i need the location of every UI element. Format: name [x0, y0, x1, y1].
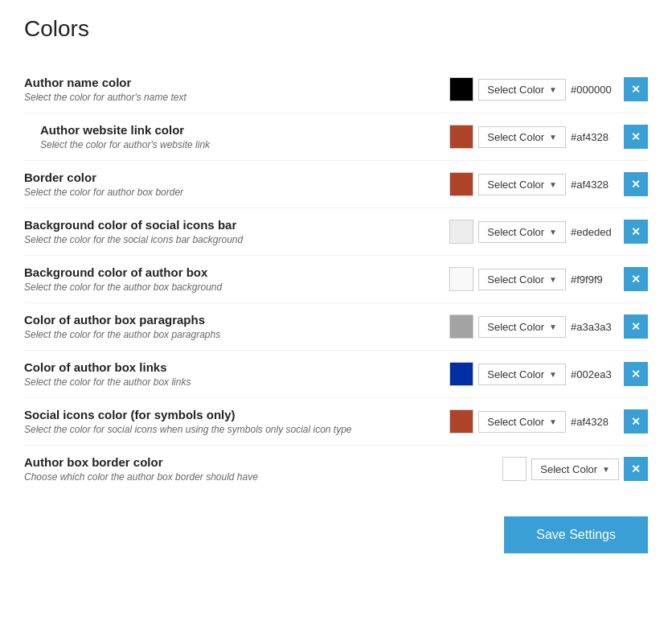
color-row-author-box-paragraphs: Color of author box paragraphsSelect the…	[24, 303, 648, 351]
color-row-subtitle-social-icons-bar-bg: Select the color for the social icons ba…	[24, 234, 449, 245]
color-row-social-icons-bar-bg: Background color of social icons barSele…	[24, 208, 648, 256]
select-color-button-border-color[interactable]: Select Color▼	[478, 174, 566, 195]
color-hex-value-author-box-links: #002ea3	[571, 368, 619, 380]
select-color-button-author-box-border-color[interactable]: Select Color▼	[531, 458, 619, 480]
clear-color-button-social-icons-color[interactable]: ✕	[624, 409, 648, 434]
color-row-author-box-links: Color of author box linksSelect the colo…	[24, 351, 648, 398]
chevron-down-icon: ▼	[549, 228, 557, 236]
color-row-author-website-link-color: Author website link colorSelect the colo…	[24, 113, 648, 161]
color-row-social-icons-color: Social icons color (for symbols only)Sel…	[24, 398, 648, 446]
select-color-label: Select Color	[487, 226, 544, 238]
chevron-down-icon: ▼	[549, 133, 557, 142]
chevron-down-icon: ▼	[602, 465, 610, 474]
color-swatch-social-icons-color	[449, 409, 473, 434]
color-row-title-author-box-links: Color of author box links	[24, 360, 449, 374]
color-row-subtitle-author-website-link-color: Select the color for author's website li…	[40, 139, 449, 150]
color-row-subtitle-author-box-links: Select the color for the author box link…	[24, 376, 449, 388]
chevron-down-icon: ▼	[549, 180, 557, 189]
page-title: Colors	[24, 16, 648, 42]
color-swatch-author-name-color	[449, 77, 473, 101]
color-row-subtitle-author-box-paragraphs: Select the color for the author box para…	[24, 329, 449, 340]
clear-color-button-border-color[interactable]: ✕	[624, 172, 648, 196]
clear-color-button-author-website-link-color[interactable]: ✕	[624, 125, 648, 149]
color-hex-value-social-icons-bar-bg: #ededed	[571, 226, 619, 238]
chevron-down-icon: ▼	[549, 275, 557, 284]
color-row-author-box-border-color: Author box border colorChoose which colo…	[24, 446, 648, 492]
color-hex-value-author-box-bg: #f9f9f9	[571, 273, 619, 286]
select-color-button-author-name-color[interactable]: Select Color▼	[478, 79, 566, 101]
color-row-title-social-icons-color: Social icons color (for symbols only)	[24, 408, 449, 421]
color-hex-value-author-name-color: #000000	[571, 84, 619, 96]
color-swatch-author-box-paragraphs	[449, 314, 473, 339]
color-row-subtitle-social-icons-color: Select the color for social icons when u…	[24, 424, 449, 435]
color-swatch-author-box-links	[449, 362, 473, 386]
color-hex-value-author-website-link-color: #af4328	[571, 131, 619, 143]
select-color-label: Select Color	[487, 368, 544, 380]
color-hex-value-author-box-paragraphs: #a3a3a3	[571, 321, 619, 333]
color-swatch-border-color	[449, 172, 473, 196]
color-hex-value-social-icons-color: #af4328	[571, 416, 619, 428]
color-row-title-author-name-color: Author name color	[24, 76, 449, 89]
color-row-subtitle-author-name-color: Select the color for author's name text	[24, 92, 449, 103]
select-color-button-social-icons-bar-bg[interactable]: Select Color▼	[478, 221, 566, 243]
clear-color-button-author-box-bg[interactable]: ✕	[624, 267, 648, 291]
select-color-button-author-box-paragraphs[interactable]: Select Color▼	[478, 316, 566, 338]
clear-color-button-author-name-color[interactable]: ✕	[624, 77, 648, 101]
color-hex-value-border-color: #af4328	[571, 179, 619, 191]
color-swatch-author-website-link-color	[449, 125, 473, 149]
select-color-label: Select Color	[487, 131, 544, 143]
clear-color-button-author-box-paragraphs[interactable]: ✕	[624, 314, 648, 339]
color-row-author-name-color: Author name colorSelect the color for au…	[24, 66, 648, 113]
clear-color-button-social-icons-bar-bg[interactable]: ✕	[624, 220, 648, 244]
save-settings-button[interactable]: Save Settings	[504, 516, 648, 553]
select-color-label: Select Color	[487, 416, 544, 428]
select-color-button-author-box-bg[interactable]: Select Color▼	[478, 269, 566, 290]
chevron-down-icon: ▼	[549, 323, 557, 331]
color-row-title-author-box-border-color: Author box border color	[24, 455, 502, 469]
chevron-down-icon: ▼	[549, 370, 557, 379]
chevron-down-icon: ▼	[549, 85, 557, 94]
select-color-label: Select Color	[487, 273, 544, 286]
color-row-title-author-box-bg: Background color of author box	[24, 265, 449, 279]
select-color-button-author-website-link-color[interactable]: Select Color▼	[478, 126, 566, 148]
select-color-button-social-icons-color[interactable]: Select Color▼	[478, 411, 566, 433]
color-row-subtitle-author-box-bg: Select the color for the author box back…	[24, 282, 449, 293]
color-row-title-author-box-paragraphs: Color of author box paragraphs	[24, 313, 449, 327]
clear-color-button-author-box-border-color[interactable]: ✕	[624, 457, 648, 481]
color-row-author-box-bg: Background color of author boxSelect the…	[24, 256, 648, 303]
color-row-subtitle-author-box-border-color: Choose which color the author box border…	[24, 471, 502, 483]
color-row-subtitle-border-color: Select the color for author box border	[24, 187, 449, 198]
select-color-label: Select Color	[540, 463, 597, 475]
color-row-title-author-website-link-color: Author website link color	[40, 123, 449, 137]
select-color-label: Select Color	[487, 179, 544, 191]
select-color-label: Select Color	[487, 321, 544, 333]
color-swatch-social-icons-bar-bg	[449, 220, 473, 244]
select-color-label: Select Color	[487, 84, 544, 96]
color-row-border-color: Border colorSelect the color for author …	[24, 161, 648, 208]
color-row-title-social-icons-bar-bg: Background color of social icons bar	[24, 218, 449, 232]
chevron-down-icon: ▼	[549, 417, 557, 426]
color-swatch-author-box-bg	[449, 267, 473, 291]
color-row-title-border-color: Border color	[24, 171, 449, 184]
color-swatch-author-box-border-color	[502, 457, 527, 481]
select-color-button-author-box-links[interactable]: Select Color▼	[478, 364, 566, 385]
clear-color-button-author-box-links[interactable]: ✕	[624, 362, 648, 386]
